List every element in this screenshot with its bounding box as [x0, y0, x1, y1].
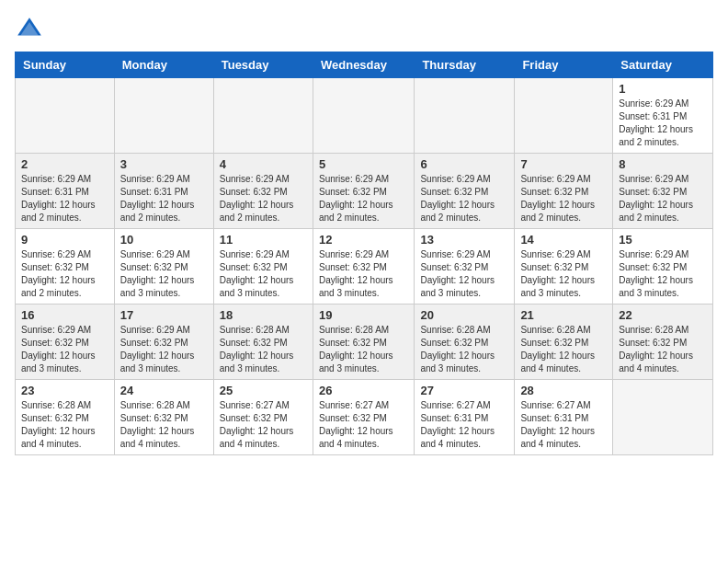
calendar-day-cell — [613, 380, 713, 455]
day-number: 9 — [21, 233, 108, 247]
calendar-day-cell: 1Sunrise: 6:29 AM Sunset: 6:31 PM Daylig… — [613, 78, 713, 154]
calendar-day-cell: 17Sunrise: 6:29 AM Sunset: 6:32 PM Dayli… — [114, 304, 213, 380]
calendar-day-cell: 10Sunrise: 6:29 AM Sunset: 6:32 PM Dayli… — [114, 229, 213, 304]
day-number: 25 — [220, 384, 307, 397]
day-info: Sunrise: 6:28 AM Sunset: 6:32 PM Dayligh… — [420, 324, 508, 375]
day-number: 2 — [21, 157, 108, 171]
day-number: 16 — [21, 308, 108, 322]
calendar-day-cell — [16, 78, 115, 154]
day-number: 7 — [520, 157, 607, 171]
day-info: Sunrise: 6:29 AM Sunset: 6:32 PM Dayligh… — [420, 173, 508, 224]
calendar-day-cell: 15Sunrise: 6:29 AM Sunset: 6:32 PM Dayli… — [613, 229, 713, 304]
calendar-day-cell — [415, 78, 515, 154]
calendar-header-monday: Monday — [114, 52, 213, 78]
calendar-header-saturday: Saturday — [613, 52, 713, 78]
calendar-day-cell: 21Sunrise: 6:28 AM Sunset: 6:32 PM Dayli… — [515, 304, 613, 380]
calendar-day-cell: 16Sunrise: 6:29 AM Sunset: 6:32 PM Dayli… — [16, 304, 115, 380]
page-header — [15, 15, 713, 44]
day-number: 13 — [420, 233, 508, 247]
calendar-day-cell — [515, 78, 613, 154]
day-number: 1 — [619, 82, 707, 96]
calendar-day-cell: 25Sunrise: 6:27 AM Sunset: 6:32 PM Dayli… — [213, 380, 313, 455]
day-number: 8 — [619, 157, 707, 171]
day-number: 19 — [319, 308, 408, 322]
day-number: 26 — [319, 384, 408, 397]
calendar-day-cell: 4Sunrise: 6:29 AM Sunset: 6:32 PM Daylig… — [213, 154, 313, 229]
day-number: 17 — [120, 308, 208, 322]
calendar-day-cell: 19Sunrise: 6:28 AM Sunset: 6:32 PM Dayli… — [313, 304, 414, 380]
logo — [15, 15, 48, 44]
calendar-day-cell: 8Sunrise: 6:29 AM Sunset: 6:32 PM Daylig… — [613, 154, 713, 229]
day-info: Sunrise: 6:28 AM Sunset: 6:32 PM Dayligh… — [220, 324, 307, 375]
day-info: Sunrise: 6:29 AM Sunset: 6:31 PM Dayligh… — [21, 173, 108, 224]
calendar-header-sunday: Sunday — [16, 52, 115, 78]
day-info: Sunrise: 6:28 AM Sunset: 6:32 PM Dayligh… — [520, 324, 607, 375]
calendar-day-cell: 14Sunrise: 6:29 AM Sunset: 6:32 PM Dayli… — [515, 229, 613, 304]
calendar-day-cell: 24Sunrise: 6:28 AM Sunset: 6:32 PM Dayli… — [114, 380, 213, 455]
calendar-day-cell — [313, 78, 414, 154]
day-info: Sunrise: 6:29 AM Sunset: 6:32 PM Dayligh… — [520, 248, 607, 300]
calendar-header-row: SundayMondayTuesdayWednesdayThursdayFrid… — [16, 52, 713, 78]
logo-icon — [15, 15, 44, 44]
calendar-day-cell: 5Sunrise: 6:29 AM Sunset: 6:32 PM Daylig… — [313, 154, 414, 229]
calendar-header-thursday: Thursday — [415, 52, 515, 78]
day-number: 12 — [319, 233, 408, 247]
calendar-day-cell: 9Sunrise: 6:29 AM Sunset: 6:32 PM Daylig… — [16, 229, 115, 304]
calendar-day-cell: 26Sunrise: 6:27 AM Sunset: 6:32 PM Dayli… — [313, 380, 414, 455]
day-info: Sunrise: 6:27 AM Sunset: 6:32 PM Dayligh… — [220, 399, 307, 451]
calendar-header-tuesday: Tuesday — [213, 52, 313, 78]
calendar-day-cell — [114, 78, 213, 154]
day-info: Sunrise: 6:27 AM Sunset: 6:31 PM Dayligh… — [420, 399, 508, 451]
day-info: Sunrise: 6:29 AM Sunset: 6:32 PM Dayligh… — [619, 173, 707, 224]
day-info: Sunrise: 6:27 AM Sunset: 6:32 PM Dayligh… — [319, 399, 408, 451]
day-number: 10 — [120, 233, 208, 247]
day-number: 28 — [520, 384, 607, 397]
calendar-header-wednesday: Wednesday — [313, 52, 414, 78]
calendar-day-cell: 2Sunrise: 6:29 AM Sunset: 6:31 PM Daylig… — [16, 154, 115, 229]
calendar-week-row: 23Sunrise: 6:28 AM Sunset: 6:32 PM Dayli… — [16, 380, 713, 455]
calendar-table: SundayMondayTuesdayWednesdayThursdayFrid… — [15, 52, 713, 455]
calendar-day-cell: 11Sunrise: 6:29 AM Sunset: 6:32 PM Dayli… — [213, 229, 313, 304]
day-number: 20 — [420, 308, 508, 322]
calendar-week-row: 2Sunrise: 6:29 AM Sunset: 6:31 PM Daylig… — [16, 154, 713, 229]
calendar-day-cell: 3Sunrise: 6:29 AM Sunset: 6:31 PM Daylig… — [114, 154, 213, 229]
day-number: 23 — [21, 384, 108, 397]
calendar-week-row: 16Sunrise: 6:29 AM Sunset: 6:32 PM Dayli… — [16, 304, 713, 380]
day-info: Sunrise: 6:29 AM Sunset: 6:32 PM Dayligh… — [520, 173, 607, 224]
calendar-day-cell: 7Sunrise: 6:29 AM Sunset: 6:32 PM Daylig… — [515, 154, 613, 229]
calendar-day-cell: 27Sunrise: 6:27 AM Sunset: 6:31 PM Dayli… — [415, 380, 515, 455]
day-info: Sunrise: 6:29 AM Sunset: 6:32 PM Dayligh… — [120, 248, 208, 300]
calendar-day-cell: 13Sunrise: 6:29 AM Sunset: 6:32 PM Dayli… — [415, 229, 515, 304]
calendar-day-cell: 18Sunrise: 6:28 AM Sunset: 6:32 PM Dayli… — [213, 304, 313, 380]
day-number: 4 — [220, 157, 307, 171]
day-number: 27 — [420, 384, 508, 397]
calendar-week-row: 1Sunrise: 6:29 AM Sunset: 6:31 PM Daylig… — [16, 78, 713, 154]
day-info: Sunrise: 6:28 AM Sunset: 6:32 PM Dayligh… — [619, 324, 707, 375]
day-info: Sunrise: 6:29 AM Sunset: 6:32 PM Dayligh… — [21, 248, 108, 300]
day-info: Sunrise: 6:29 AM Sunset: 6:32 PM Dayligh… — [319, 248, 408, 300]
day-number: 3 — [120, 157, 208, 171]
day-info: Sunrise: 6:29 AM Sunset: 6:31 PM Dayligh… — [619, 98, 707, 149]
day-info: Sunrise: 6:29 AM Sunset: 6:31 PM Dayligh… — [120, 173, 208, 224]
day-info: Sunrise: 6:28 AM Sunset: 6:32 PM Dayligh… — [21, 399, 108, 451]
calendar-day-cell: 23Sunrise: 6:28 AM Sunset: 6:32 PM Dayli… — [16, 380, 115, 455]
day-number: 15 — [619, 233, 707, 247]
calendar-day-cell: 22Sunrise: 6:28 AM Sunset: 6:32 PM Dayli… — [613, 304, 713, 380]
day-info: Sunrise: 6:29 AM Sunset: 6:32 PM Dayligh… — [319, 173, 408, 224]
day-info: Sunrise: 6:28 AM Sunset: 6:32 PM Dayligh… — [319, 324, 408, 375]
day-info: Sunrise: 6:29 AM Sunset: 6:32 PM Dayligh… — [120, 324, 208, 375]
calendar-day-cell — [213, 78, 313, 154]
calendar-day-cell: 20Sunrise: 6:28 AM Sunset: 6:32 PM Dayli… — [415, 304, 515, 380]
day-info: Sunrise: 6:28 AM Sunset: 6:32 PM Dayligh… — [120, 399, 208, 451]
calendar-day-cell: 6Sunrise: 6:29 AM Sunset: 6:32 PM Daylig… — [415, 154, 515, 229]
day-number: 6 — [420, 157, 508, 171]
day-number: 22 — [619, 308, 707, 322]
day-info: Sunrise: 6:29 AM Sunset: 6:32 PM Dayligh… — [420, 248, 508, 300]
calendar-day-cell: 28Sunrise: 6:27 AM Sunset: 6:31 PM Dayli… — [515, 380, 613, 455]
day-number: 5 — [319, 157, 408, 171]
day-number: 11 — [220, 233, 307, 247]
calendar-header-friday: Friday — [515, 52, 613, 78]
calendar-day-cell: 12Sunrise: 6:29 AM Sunset: 6:32 PM Dayli… — [313, 229, 414, 304]
day-number: 21 — [520, 308, 607, 322]
day-info: Sunrise: 6:27 AM Sunset: 6:31 PM Dayligh… — [520, 399, 607, 451]
